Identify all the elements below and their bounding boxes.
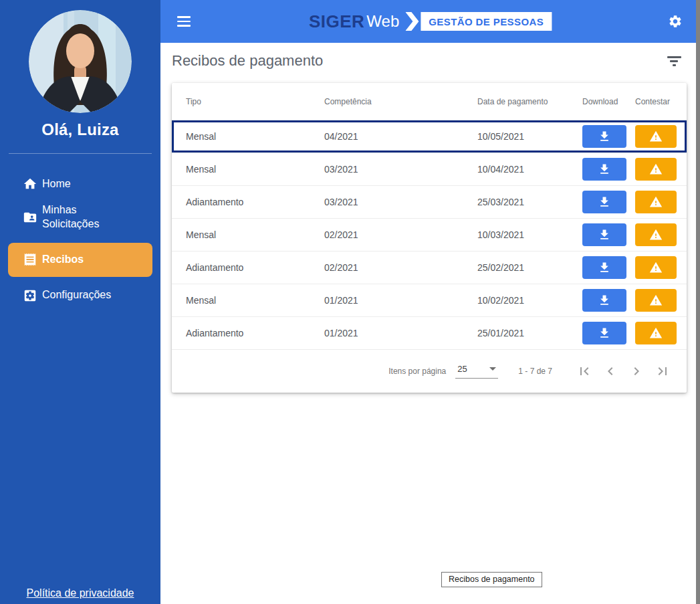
warning-icon xyxy=(649,294,663,307)
cell-data-pagamento: 10/04/2021 xyxy=(477,164,582,175)
user-greeting: Olá, Luiza xyxy=(0,120,160,139)
sidebar-item-label: Configurações xyxy=(42,288,111,302)
brand-chevron-icon xyxy=(405,12,419,31)
contest-button[interactable] xyxy=(635,191,677,213)
receipts-table-card: Tipo Competência Data de pagamento Downl… xyxy=(172,83,687,393)
first-page-icon[interactable] xyxy=(576,363,592,379)
app-window: Olá, Luiza Home Minhas Solicitações Reci… xyxy=(0,0,700,604)
contest-button[interactable] xyxy=(635,223,677,246)
cell-tipo: Mensal xyxy=(172,164,324,175)
pagination-bar: Itens por página 25 1 - 7 de 7 xyxy=(172,350,687,393)
table-body: Mensal 04/2021 10/05/2021 Mensal 03/2021… xyxy=(172,120,687,350)
cell-data-pagamento: 10/02/2021 xyxy=(477,295,582,306)
scrollbar[interactable] xyxy=(696,0,700,604)
download-icon xyxy=(598,326,611,340)
sidebar-item-label: Home xyxy=(42,177,71,191)
cell-data-pagamento: 10/05/2021 xyxy=(477,131,582,142)
tooltip: Recibos de pagamento xyxy=(441,572,542,587)
contest-button[interactable] xyxy=(635,322,677,344)
table-row: Adiantamento 01/2021 25/01/2021 xyxy=(172,317,687,350)
page-title: Recibos de pagamento xyxy=(172,52,323,70)
warning-icon xyxy=(649,261,663,274)
sidebar: Olá, Luiza Home Minhas Solicitações Reci… xyxy=(0,0,160,604)
download-icon xyxy=(598,163,611,176)
items-per-page-value: 25 xyxy=(457,364,467,374)
warning-icon xyxy=(649,163,663,176)
download-button[interactable] xyxy=(582,158,626,181)
sidebar-item-label: Recibos xyxy=(42,253,84,267)
contest-button[interactable] xyxy=(635,289,677,312)
download-button[interactable] xyxy=(582,223,626,246)
cell-competencia: 03/2021 xyxy=(324,197,477,207)
home-icon xyxy=(23,177,37,191)
table-row: Mensal 04/2021 10/05/2021 xyxy=(172,120,687,153)
cell-data-pagamento: 25/03/2021 xyxy=(477,197,582,207)
filter-list-icon[interactable] xyxy=(667,56,681,68)
sidebar-item-recibos[interactable]: Recibos xyxy=(8,243,152,277)
cell-competencia: 04/2021 xyxy=(324,131,477,142)
column-header-competencia: Competência xyxy=(324,97,477,106)
cell-competencia: 03/2021 xyxy=(324,164,477,175)
chevron-right-icon[interactable] xyxy=(628,363,645,379)
settings-square-icon xyxy=(23,288,37,303)
cell-tipo: Mensal xyxy=(172,229,324,240)
brand-siger-text: SIGER xyxy=(309,11,364,32)
download-button[interactable] xyxy=(582,191,626,213)
column-header-contestar: Contestar xyxy=(634,97,687,106)
cell-tipo: Mensal xyxy=(172,131,324,142)
brand-web-text: Web xyxy=(366,12,399,31)
avatar-photo-woman xyxy=(29,10,132,113)
gear-icon[interactable] xyxy=(668,14,683,29)
brand-badge: GESTÃO DE PESSOAS xyxy=(421,12,552,31)
privacy-policy-link[interactable]: Política de privacidade xyxy=(27,587,134,599)
sidebar-divider xyxy=(9,153,152,154)
menu-icon[interactable] xyxy=(177,16,191,27)
cell-tipo: Adiantamento xyxy=(172,328,324,338)
download-icon xyxy=(598,130,611,143)
chevron-left-icon[interactable] xyxy=(602,363,618,379)
download-icon xyxy=(598,294,611,307)
cell-competencia: 02/2021 xyxy=(324,229,477,240)
download-icon xyxy=(598,261,611,274)
download-button[interactable] xyxy=(582,289,626,312)
receipt-icon xyxy=(23,252,37,267)
download-icon xyxy=(598,228,611,241)
download-button[interactable] xyxy=(582,322,626,344)
warning-icon xyxy=(649,130,663,143)
cell-competencia: 02/2021 xyxy=(324,262,477,273)
folder-shared-icon xyxy=(23,210,37,225)
cell-competencia: 01/2021 xyxy=(324,328,477,338)
items-per-page-select[interactable]: 25 xyxy=(455,364,498,379)
table-row: Mensal 03/2021 10/04/2021 xyxy=(172,153,687,186)
avatar xyxy=(29,10,132,113)
table-row: Mensal 01/2021 10/02/2021 xyxy=(172,284,687,317)
pagination-controls xyxy=(576,363,671,379)
cell-data-pagamento: 10/03/2021 xyxy=(477,229,582,240)
sidebar-item-home[interactable]: Home xyxy=(0,171,160,197)
contest-button[interactable] xyxy=(635,256,677,279)
table-row: Adiantamento 03/2021 25/03/2021 xyxy=(172,186,687,219)
items-per-page-label: Itens por página xyxy=(388,367,446,376)
column-header-data-pagamento: Data de pagamento xyxy=(477,97,582,106)
download-button[interactable] xyxy=(582,256,626,279)
cell-tipo: Adiantamento xyxy=(172,262,324,273)
sidebar-item-label: Minhas Solicitações xyxy=(42,203,124,231)
download-button[interactable] xyxy=(582,125,626,148)
warning-icon xyxy=(649,326,663,340)
cell-tipo: Adiantamento xyxy=(172,197,324,207)
sidebar-item-configuracoes[interactable]: Configurações xyxy=(0,282,160,309)
privacy-link-wrap: Política de privacidade xyxy=(0,587,160,599)
cell-data-pagamento: 25/01/2021 xyxy=(477,328,582,338)
dropdown-caret-icon xyxy=(489,367,496,371)
cell-data-pagamento: 25/02/2021 xyxy=(477,262,582,273)
contest-button[interactable] xyxy=(635,125,677,148)
column-header-tipo: Tipo xyxy=(172,97,324,106)
cell-tipo: Mensal xyxy=(172,295,324,306)
pagination-range-label: 1 - 7 de 7 xyxy=(518,367,552,376)
last-page-icon[interactable] xyxy=(655,363,671,379)
contest-button[interactable] xyxy=(635,158,677,181)
table-row: Mensal 02/2021 10/03/2021 xyxy=(172,219,687,251)
sidebar-item-minhas-solicitacoes[interactable]: Minhas Solicitações xyxy=(0,197,160,237)
warning-icon xyxy=(649,195,663,209)
main-content: Recibos de pagamento Tipo Competência Da… xyxy=(160,43,700,604)
